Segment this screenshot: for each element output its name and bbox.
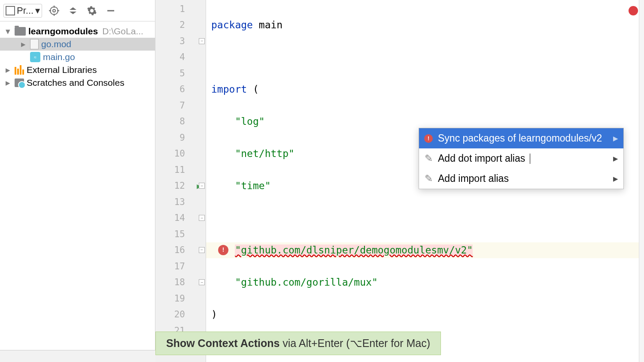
minimize-icon[interactable]	[104, 4, 118, 18]
chevron-right-icon: ▸	[3, 66, 12, 74]
svg-point-0	[50, 7, 58, 15]
scroll-map[interactable]	[639, 0, 644, 362]
popup-item-sync[interactable]: ! Sync packages of learngomodules/v2 ▸	[419, 128, 623, 148]
chevron-right-icon: ▸	[3, 78, 12, 87]
fold-icon[interactable]: −	[199, 247, 205, 253]
svg-point-1	[53, 9, 55, 12]
scratches-icon	[15, 78, 24, 87]
error-indicator-icon[interactable]	[629, 6, 638, 15]
library-icon	[15, 65, 24, 75]
collapse-icon[interactable]	[66, 4, 80, 18]
error-icon: !	[424, 134, 433, 143]
go-file-icon: ≈	[30, 52, 40, 62]
chevron-right-icon: ▸	[19, 40, 27, 48]
edit-icon: ✎	[424, 175, 433, 183]
popup-item-dot-alias[interactable]: ✎ Add dot import alias ▸	[419, 148, 623, 169]
project-tree: ▾ learngomodules D:\GoLa... ▸ go.mod ≈ m…	[0, 21, 155, 362]
tree-external-libs[interactable]: ▸ External Libraries	[0, 63, 155, 76]
fold-icon[interactable]: −	[199, 183, 205, 189]
intention-popup: ! Sync packages of learngomodules/v2 ▸ ✎…	[419, 128, 624, 189]
tree-file-maingo[interactable]: ≈ main.go	[0, 51, 155, 63]
target-icon[interactable]	[47, 4, 61, 18]
tree-scratches[interactable]: ▸ Scratches and Consoles	[0, 76, 155, 89]
gutter[interactable]: 1 2 3− 4 5 6 7 8 9 10 11 12▶− 13 14− 15 …	[155, 0, 206, 362]
status-bar	[0, 350, 155, 362]
folder-icon	[15, 27, 26, 36]
fold-icon[interactable]: −	[199, 215, 205, 221]
project-selector[interactable]: Pr... ▾	[3, 4, 42, 18]
fold-icon[interactable]: −	[199, 38, 205, 44]
chevron-down-icon: ▾	[3, 27, 12, 36]
project-sidebar: Pr... ▾ ▾ learngomodules D:\GoLa...	[0, 0, 155, 362]
chevron-right-icon: ▸	[613, 153, 618, 164]
file-icon	[30, 39, 39, 49]
gear-icon[interactable]	[85, 4, 99, 18]
hint-bar: Show Context Actions via Alt+Enter (⌥Ent…	[155, 332, 441, 355]
sidebar-toolbar: Pr... ▾	[0, 0, 155, 21]
chevron-right-icon: ▸	[613, 173, 618, 184]
chevron-down-icon: ▾	[35, 5, 40, 16]
tree-root[interactable]: ▾ learngomodules D:\GoLa...	[0, 25, 155, 38]
chevron-right-icon: ▸	[613, 133, 618, 144]
error-bulb-icon[interactable]: !	[218, 245, 228, 255]
tree-file-gomod[interactable]: ▸ go.mod	[0, 38, 155, 51]
fold-icon[interactable]: −	[199, 279, 205, 285]
popup-item-alias[interactable]: ✎ Add import alias ▸	[419, 169, 623, 189]
edit-icon: ✎	[424, 154, 433, 163]
